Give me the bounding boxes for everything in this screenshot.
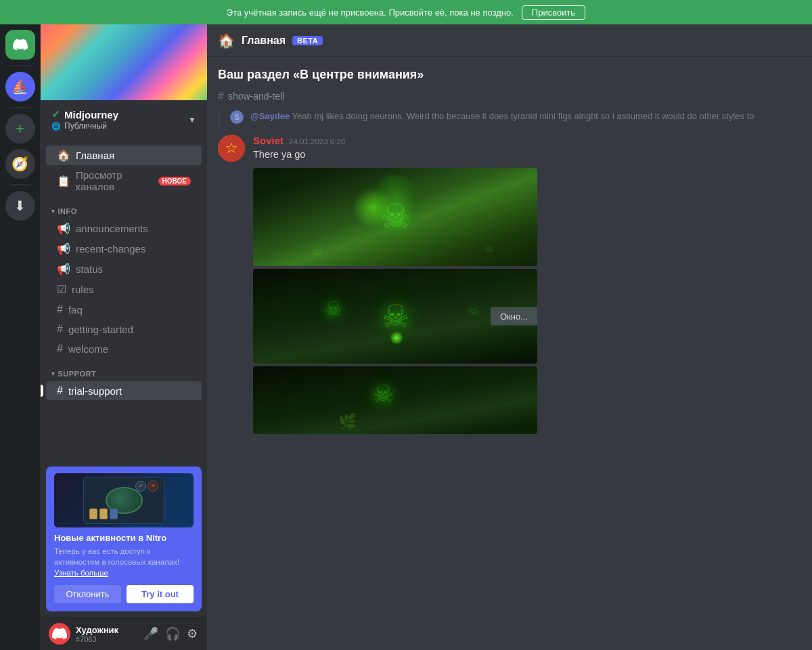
okno-indicator: Окно... [491, 307, 537, 325]
server-name-row: ✓ Midjourney [51, 108, 118, 121]
sidebar-item-discord-home[interactable] [5, 30, 35, 60]
sidebar-item-welcome[interactable]: # welcome [46, 339, 202, 358]
announcement-icon-3: 📢 [57, 263, 70, 276]
icon-bar-divider-3 [9, 184, 31, 186]
server-name: Midjourney [64, 109, 118, 121]
reply-message: S @Saydee Yeah mj likes doing neurons. W… [218, 108, 801, 127]
sidebar-home-label: Главная [76, 150, 114, 161]
sidebar-item-rules[interactable]: ☑ rules [46, 280, 202, 299]
user-bar: Художник #7063 🎤 🎧 ⚙ [41, 617, 207, 650]
chevron-down-icon: ▼ [188, 115, 196, 125]
nitro-promo-box: ✓ ✕ Новые активности в Nitro Теперь у ва… [46, 467, 202, 611]
message-author: Soviet [253, 135, 284, 146]
section-arrow-icon: ▾ [51, 208, 55, 215]
hash-icon-welcome: # [57, 343, 63, 355]
user-actions: 🎤 🎧 ⚙ [142, 625, 199, 643]
user-name: Художник [76, 625, 137, 635]
channel-header-title: Главная [242, 35, 286, 47]
hash-icon-getting-started: # [57, 323, 63, 335]
browse-icon: 📋 [57, 175, 70, 188]
hash-icon-channel: # [218, 90, 224, 102]
icon-bar-divider [9, 65, 31, 66]
reply-avatar: S [230, 110, 244, 124]
nitro-promo-title: Новые активности в Nitro [54, 533, 194, 543]
nitro-promo-image: ✓ ✕ [54, 473, 194, 527]
image-1[interactable]: ☠ ☠ ☠ [253, 168, 537, 266]
mute-icon[interactable]: 🎤 [142, 625, 160, 643]
server-banner-image [41, 24, 207, 100]
sidebar-item-trial-support-row: # trial-support [41, 381, 207, 401]
message-text: There ya go [253, 148, 801, 162]
message-time: 24.01.2023 6:20 [289, 137, 345, 146]
avatar [49, 623, 70, 645]
server-public-label: Публичный [64, 121, 107, 131]
announcement-icon-2: 📢 [57, 242, 70, 255]
deafen-icon[interactable]: 🎧 [164, 625, 181, 643]
notif-text: Эта учётная запись ещё не присвоена. При… [227, 7, 514, 18]
sidebar-item-faq[interactable]: # faq [46, 300, 202, 319]
server-banner [41, 24, 207, 100]
beta-badge: BETA [292, 36, 323, 45]
section-title: Ваш раздел «В центре внимания» [218, 68, 801, 82]
announcement-icon: 📢 [57, 222, 70, 235]
sidebar-item-home[interactable]: 🏠 Главная [46, 146, 202, 165]
channel-header: 🏠 Главная BETA [207, 24, 812, 57]
add-server-button[interactable]: + [5, 114, 35, 144]
message-body: Soviet 24.01.2023 6:20 There ya go [253, 135, 801, 434]
nitro-promo-link[interactable]: Узнать больше [54, 569, 108, 577]
message-avatar: ☆ [218, 135, 245, 162]
icon-bar: ⛵ + 🧭 ⬇ [0, 24, 41, 650]
sidebar-item-recent-changes[interactable]: 📢 recent-changes [46, 239, 202, 259]
server-public-row: 🌐 Публичный [51, 121, 118, 131]
verified-icon: ✓ [51, 108, 60, 121]
image-container: ☠ ☠ ☠ ☠ ☠ ☠ [253, 168, 537, 434]
rules-icon: ☑ [57, 283, 66, 296]
image-3[interactable]: ☠ 🌿 [253, 366, 537, 434]
sidebar-item-announcements[interactable]: 📢 announcements [46, 219, 202, 238]
section-support[interactable]: ▾ SUPPORT [41, 359, 207, 381]
nitro-promo-desc: Теперь у вас есть доступ к активностям в… [54, 546, 194, 578]
message: ☆ Soviet 24.01.2023 6:20 There ya go [218, 132, 801, 437]
channel-name: show-and-tell [228, 91, 284, 102]
sidebar-item-browse[interactable]: 📋 Просмотр каналов НОВОЕ [46, 166, 202, 196]
section-info[interactable]: ▾ INFO [41, 196, 207, 218]
sidebar-item-trial-support[interactable]: # trial-support [46, 381, 202, 400]
browse-new-badge: НОВОЕ [158, 177, 191, 186]
message-header-row: Soviet 24.01.2023 6:20 [253, 135, 801, 146]
claim-button[interactable]: Присвоить [522, 5, 585, 20]
user-info: Художник #7063 [76, 625, 137, 643]
active-indicator [41, 385, 43, 397]
reply-author: @Saydee [250, 111, 290, 121]
try-it-button[interactable]: Try it out [127, 585, 194, 603]
download-button[interactable]: ⬇ [5, 191, 35, 221]
hash-icon-trial: # [57, 385, 63, 397]
discover-button[interactable]: 🧭 [5, 149, 35, 179]
reply-text: Yeah mj likes doing neurons. Weird tho b… [292, 111, 754, 121]
sidebar-item-getting-started[interactable]: # getting-started [46, 320, 202, 339]
sidebar-item-sailboat[interactable]: ⛵ [5, 72, 35, 102]
globe-icon: 🌐 [51, 122, 61, 131]
sidebar-nav: 🏠 Главная 📋 Просмотр каналов НОВОЕ ▾ INF… [41, 139, 207, 461]
sidebar-item-status[interactable]: 📢 status [46, 259, 202, 279]
settings-icon[interactable]: ⚙ [185, 625, 199, 643]
user-tag: #7063 [76, 635, 137, 643]
sidebar-browse-label: Просмотр каналов [76, 169, 153, 192]
channel-tag-line: # show-and-tell [218, 90, 801, 102]
notification-bar: Эта учётная запись ещё не присвоена. При… [0, 0, 812, 24]
main-layout: ⛵ + 🧭 ⬇ ✓ Midjourney 🌐 Публич [0, 24, 812, 650]
icon-bar-divider-2 [9, 107, 31, 108]
nitro-promo-buttons: Отклонить Try it out [54, 585, 194, 603]
server-sidebar: ✓ Midjourney 🌐 Публичный ▼ 🏠 Главная 📋 П… [41, 24, 207, 650]
image-2[interactable]: ☠ ☠ ☠ Окно... [253, 269, 537, 364]
server-header[interactable]: ✓ Midjourney 🌐 Публичный ▼ [41, 100, 207, 139]
messages-area: Ваш раздел «В центре внимания» # show-an… [207, 57, 812, 650]
content-area: 🏠 Главная BETA Ваш раздел «В центре вним… [207, 24, 812, 650]
hash-icon-faq: # [57, 303, 63, 316]
home-icon: 🏠 [57, 149, 70, 162]
dismiss-button[interactable]: Отклонить [54, 585, 121, 603]
section-support-arrow-icon: ▾ [51, 370, 55, 377]
header-home-icon: 🏠 [218, 32, 235, 49]
